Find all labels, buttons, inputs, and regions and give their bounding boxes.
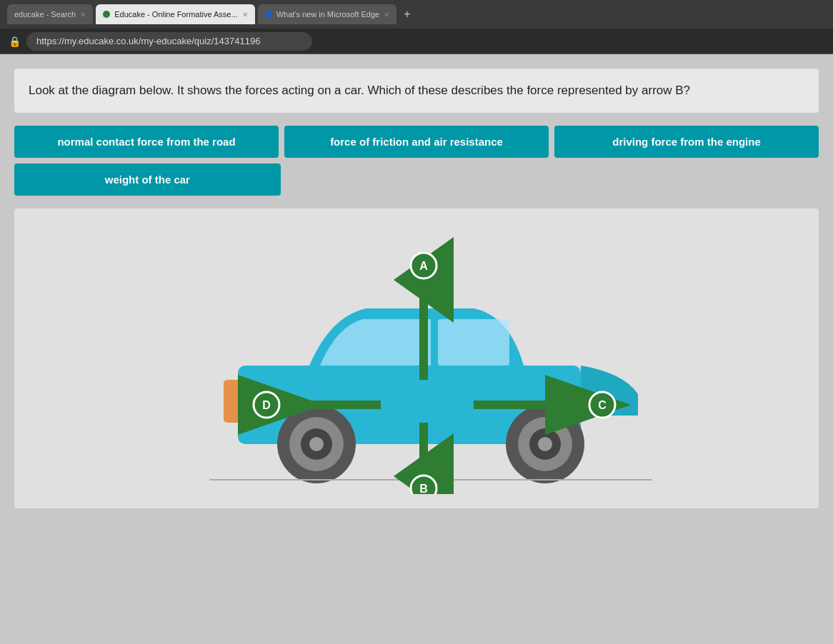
- svg-rect-2: [224, 380, 245, 423]
- browser-chrome: educake - Search ✕ Educake - Online Form…: [0, 0, 833, 29]
- options-row1: normal contact force from the road force…: [14, 126, 819, 158]
- lock-icon: 🔒: [9, 36, 21, 47]
- svg-text:B: B: [419, 483, 428, 494]
- car-diagram: A B C D: [166, 223, 667, 494]
- diagram-area: A B C D: [14, 208, 819, 508]
- svg-rect-1: [438, 319, 509, 366]
- tab-edge-label: What's new in Microsoft Edge: [276, 10, 380, 19]
- tab-edge[interactable]: What's new in Microsoft Edge ✕: [258, 4, 397, 24]
- svg-point-6: [309, 437, 324, 451]
- tab-educake[interactable]: Educake - Online Formative Asse... ✕: [96, 4, 254, 24]
- option-4[interactable]: weight of the car: [14, 163, 281, 196]
- option-3[interactable]: driving force from the engine: [554, 126, 819, 158]
- svg-text:D: D: [262, 399, 271, 411]
- question-text: Look at the diagram below. It shows the …: [29, 84, 690, 97]
- educake-favicon: [103, 11, 110, 18]
- svg-text:C: C: [598, 399, 607, 411]
- address-bar: 🔒: [0, 29, 833, 54]
- tab-search[interactable]: educake - Search ✕: [7, 4, 93, 24]
- tab-search-close[interactable]: ✕: [80, 11, 86, 19]
- tab-edge-close[interactable]: ✕: [384, 11, 389, 19]
- tab-search-label: educake - Search: [14, 10, 76, 19]
- url-input[interactable]: [26, 32, 312, 51]
- car-svg: A B C D: [166, 223, 667, 494]
- options-row2: weight of the car: [14, 163, 819, 196]
- page-content: Look at the diagram below. It shows the …: [0, 54, 833, 644]
- svg-text:A: A: [419, 260, 428, 272]
- svg-point-10: [538, 437, 552, 451]
- add-tab-button[interactable]: +: [399, 8, 414, 21]
- option-1[interactable]: normal contact force from the road: [14, 126, 279, 158]
- question-box: Look at the diagram below. It shows the …: [14, 69, 819, 113]
- options-row2-spacer: [286, 163, 819, 196]
- tab-educake-label: Educake - Online Formative Asse...: [114, 10, 237, 19]
- tab-bar: educake - Search ✕ Educake - Online Form…: [7, 4, 826, 24]
- option-2[interactable]: force of friction and air resistance: [284, 126, 549, 158]
- edge-favicon: [265, 11, 272, 18]
- tab-educake-close[interactable]: ✕: [242, 11, 248, 19]
